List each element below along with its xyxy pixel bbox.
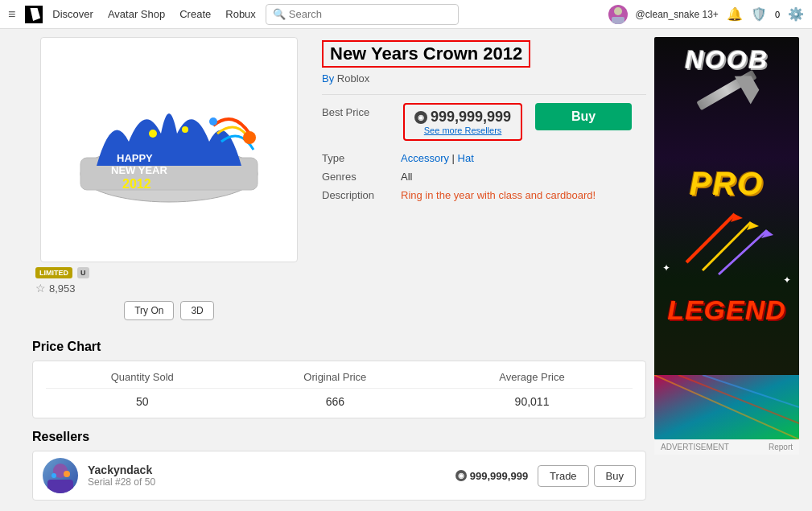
item-image-box: HAPPY NEW YEAR 2012: [40, 37, 298, 262]
reseller-avatar: [43, 458, 78, 493]
item-title: New Years Crown 2012: [322, 40, 530, 68]
avatar[interactable]: [608, 5, 628, 24]
page-container: HAPPY NEW YEAR 2012 LIMITED U: [0, 29, 812, 507]
trade-button[interactable]: Trade: [538, 465, 588, 487]
3d-button[interactable]: 3D: [180, 301, 213, 320]
sparkle-2: ✦: [783, 274, 791, 286]
svg-line-16: [686, 214, 735, 262]
main-content: HAPPY NEW YEAR 2012 LIMITED U: [24, 37, 654, 507]
item-actions: Try On 3D: [124, 301, 214, 320]
ad-pro-text: PRO: [690, 166, 765, 202]
search-input[interactable]: [289, 8, 451, 20]
search-icon: 🔍: [273, 8, 286, 20]
buy-button[interactable]: Buy: [535, 103, 632, 130]
item-stars: ☆ 8,953: [32, 282, 76, 295]
avatar-icon: [608, 5, 628, 24]
price-value: ◉ 999,999,999: [414, 109, 511, 126]
navbar-right: @clean_snake 13+ 🔔 🛡️ 0 ⚙️: [608, 5, 804, 24]
svg-point-14: [52, 473, 56, 478]
svg-text:HAPPY: HAPPY: [117, 152, 153, 164]
val-quantity-sold: 50: [46, 389, 239, 409]
creator-link[interactable]: Roblox: [337, 72, 369, 84]
reseller-name: Yackyndack: [88, 464, 446, 476]
svg-point-6: [182, 126, 188, 133]
nav-avatar-shop[interactable]: Avatar Shop: [108, 8, 165, 20]
price-box: ◉ 999,999,999 See more Resellers: [403, 103, 522, 141]
scrollbar-area: [799, 37, 812, 507]
settings-icon[interactable]: ⚙️: [788, 6, 804, 22]
notification-bell[interactable]: 🔔: [727, 6, 743, 22]
svg-point-5: [149, 130, 157, 138]
ad-sidebar: NOOB PRO ✦ ✦ LEGEND: [654, 37, 799, 439]
username: @clean_snake 13+: [636, 9, 719, 20]
type-hat-link[interactable]: Hat: [458, 152, 474, 164]
svg-marker-0: [31, 7, 41, 20]
col-original-price: Original Price: [239, 371, 432, 389]
shield-icon[interactable]: 🛡️: [751, 6, 767, 22]
svg-text:NEW YEAR: NEW YEAR: [111, 164, 167, 176]
roblox-logo[interactable]: [25, 6, 43, 23]
val-original-price: 666: [239, 389, 432, 409]
genres-label: Genres: [322, 171, 394, 183]
robux-icon: ◉: [414, 111, 427, 124]
svg-line-20: [719, 230, 767, 274]
svg-rect-2: [612, 17, 624, 24]
nav-links: Discover Avatar Shop Create Robux: [52, 8, 256, 20]
item-divider: [322, 94, 646, 95]
genres-value: All: [401, 171, 412, 183]
advertisement-label: ADVERTISEMENT: [661, 443, 729, 451]
col-quantity-sold: Quantity Sold: [46, 371, 239, 389]
info-table: Type Accessory | Hat Genres All Descript…: [322, 152, 646, 201]
item-image-column: HAPPY NEW YEAR 2012 LIMITED U: [32, 37, 306, 320]
description-label: Description: [322, 189, 394, 201]
item-info-column: New Years Crown 2012 By Roblox Best Pric…: [322, 37, 646, 208]
robux-count: 0: [775, 10, 780, 19]
report-link[interactable]: Report: [769, 443, 793, 451]
type-accessory-link[interactable]: Accessory: [401, 152, 449, 164]
svg-point-15: [64, 471, 70, 477]
type-value: Accessory | Hat: [401, 152, 474, 164]
table-row: 50 666 90,011: [46, 389, 633, 409]
nav-discover[interactable]: Discover: [52, 8, 93, 20]
svg-point-11: [209, 117, 217, 126]
price-chart-box: Quantity Sold Original Price Average Pri…: [32, 361, 646, 418]
price-number: 999,999,999: [431, 109, 511, 126]
nav-create[interactable]: Create: [179, 8, 211, 20]
search-bar[interactable]: 🔍: [266, 4, 459, 25]
item-top-section: HAPPY NEW YEAR 2012 LIMITED U: [32, 37, 646, 328]
try-on-button[interactable]: Try On: [124, 301, 174, 320]
type-label: Type: [322, 152, 394, 164]
col-average-price: Average Price: [431, 371, 633, 389]
ad-column: NOOB PRO ✦ ✦ LEGEND: [654, 37, 799, 507]
item-badges: LIMITED U: [32, 267, 89, 278]
badge-u: U: [77, 267, 89, 278]
svg-text:2012: 2012: [122, 177, 151, 191]
description-value: Ring in the year with class and cardboar…: [401, 189, 596, 201]
badge-limited: LIMITED: [35, 267, 72, 278]
svg-rect-13: [47, 480, 73, 493]
left-spacer: [0, 37, 24, 507]
nav-robux[interactable]: Robux: [225, 8, 256, 20]
logo-icon: [27, 7, 41, 22]
item-rating: 8,953: [49, 282, 76, 295]
price-chart-table: Quantity Sold Original Price Average Pri…: [46, 371, 633, 408]
item-image: HAPPY NEW YEAR 2012: [64, 61, 274, 238]
sparkle-1: ✦: [662, 262, 670, 274]
star-icon: ☆: [35, 282, 46, 295]
best-price-label: Best Price: [322, 103, 390, 118]
resellers-section: Yackyndack Serial #28 of 50 999,999,999 …: [32, 451, 646, 501]
ad-knife-decoration: [696, 70, 756, 110]
see-more-resellers-link[interactable]: See more Resellers: [424, 126, 502, 135]
buy-small-button[interactable]: Buy: [594, 465, 636, 487]
hamburger-menu[interactable]: ≡: [8, 7, 15, 22]
reseller-price: 999,999,999: [455, 470, 528, 482]
ad-bottom-decoration: [654, 375, 799, 439]
reseller-info: Yackyndack Serial #28 of 50: [88, 464, 446, 488]
reseller-price-value: 999,999,999: [470, 470, 528, 482]
ad-footer: ADVERTISEMENT Report: [654, 439, 799, 455]
ad-legend-text: LEGEND: [667, 295, 786, 326]
item-creator: By Roblox: [322, 72, 646, 84]
resellers-title: Resellers: [32, 430, 646, 444]
svg-point-1: [614, 7, 622, 15]
price-chart-title: Price Chart: [32, 340, 646, 354]
